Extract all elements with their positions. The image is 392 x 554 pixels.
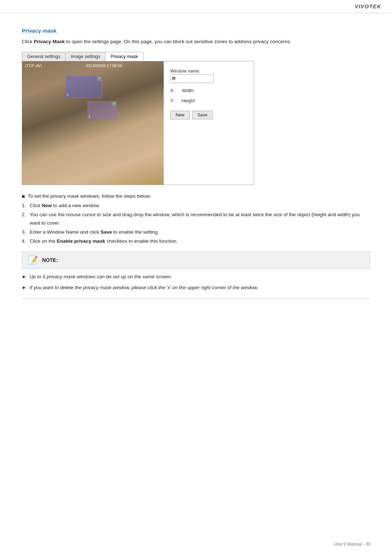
note-icon: 📝 [28,255,38,265]
action-buttons: New Save [170,111,247,119]
width-label: Width: [182,88,195,93]
instruction-step-2: 2. You can use the mouse cursor to size … [22,211,370,227]
coord-row: X: Width: [170,88,247,93]
instructions: ■ To set the privacy mask windows, follo… [22,192,370,245]
tab-image-settings[interactable]: Image settings [66,52,106,61]
step-3-num: 3. [22,228,28,237]
step-3-bold: Save [101,229,112,235]
instruction-bullet-text: To set the privacy mask windows, follow … [28,192,151,201]
note-text-1: Up to 5 privacy mask windows can be set … [29,273,172,280]
bottom-divider [22,299,370,299]
footer: User's Manual - 39 [334,542,370,547]
height-label: Height: [181,98,196,103]
window-name-field: Window name: [170,69,247,83]
step-4-bold: Enable privacy mask [57,238,105,244]
mask-overlay-2[interactable]: × 2 [66,76,102,98]
instruction-bullet: ■ To set the privacy mask windows, follo… [22,192,370,201]
coord-row-2: Y: Height: [170,98,247,103]
instruction-step-3: 3. Enter a Window Name and click Save to… [22,228,370,237]
y-field: Y: [170,98,174,103]
mask-overlay-1[interactable]: × 1 [87,101,117,119]
note-arrow-2: ► [22,284,26,291]
note-title: NOTE: [42,257,58,263]
note-arrow-1: ► [22,273,26,280]
tab-privacy-mask[interactable]: Privacy mask [106,52,143,61]
instruction-step-1: 1. Click New to add a new window. [22,202,370,210]
step-4-num: 4. [22,237,28,246]
camera-label: (TCP-AV) [25,63,42,68]
section-title: Privacy mask [22,28,370,34]
tab-general-settings[interactable]: General settings [22,52,66,61]
brand-logo: VIVOTEK [355,3,381,9]
bullet-icon: ■ [22,192,25,201]
step-1-text: Click New to add a new window. [30,202,100,210]
width-field: Width: [182,88,195,93]
tab-bar: General settings Image settings Privacy … [22,52,143,61]
step-1-bold: New [42,203,52,208]
settings-panel: (TCP-AV) 2013/09/09 17:08:56 × 2 × 1 Win… [22,61,254,185]
side-controls: Window name: X: Width: Y: [164,61,254,185]
step-4-text: Click on the Enable privacy mask checkbo… [30,237,178,246]
header-bar: VIVOTEK [0,0,392,13]
note-box: 📝 NOTE: [22,251,370,269]
new-button[interactable]: New [170,111,190,119]
main-content: Privacy mask Click Privacy Mask to open … [0,13,392,313]
intro-prefix: Click [22,39,34,44]
note-item-2: ► If you want to delete the privacy mask… [22,284,370,291]
footer-text: User's Manual - 39 [334,542,370,547]
step-2-num: 2. [22,211,28,227]
note-item-1: ► Up to 5 privacy mask windows can be se… [22,273,370,280]
y-label: Y: [170,98,174,103]
window-name-label: Window name: [170,69,247,74]
x-field: X: [170,88,175,93]
intro-text: Click Privacy Mask to open the settings … [22,38,370,45]
intro-rest: to open the settings page. On this page,… [65,39,291,44]
instruction-step-4: 4. Click on the Enable privacy mask chec… [22,237,370,246]
window-name-input[interactable] [170,74,214,83]
x-label: X: [170,88,175,93]
mask-close-1[interactable]: × [111,101,117,106]
intro-bold: Privacy Mask [34,39,65,44]
camera-timestamp: 2013/09/09 17:08:56 [86,63,122,68]
camera-feed: (TCP-AV) 2013/09/09 17:08:56 × 2 × 1 [22,61,164,185]
mask-close-2[interactable]: × [97,76,102,81]
step-2-text: You can use the mouse cursor to size and… [30,211,370,227]
step-3-text: Enter a Window Name and click Save to en… [30,228,159,237]
save-button[interactable]: Save [192,111,213,119]
note-items: ► Up to 5 privacy mask windows can be se… [22,273,370,292]
height-field: Height: [181,98,196,103]
step-1-num: 1. [22,202,28,210]
mask-label-1: 1 [89,115,90,118]
mask-label-2: 2 [67,93,69,97]
note-text-2: If you want to delete the privacy mask w… [29,284,258,291]
